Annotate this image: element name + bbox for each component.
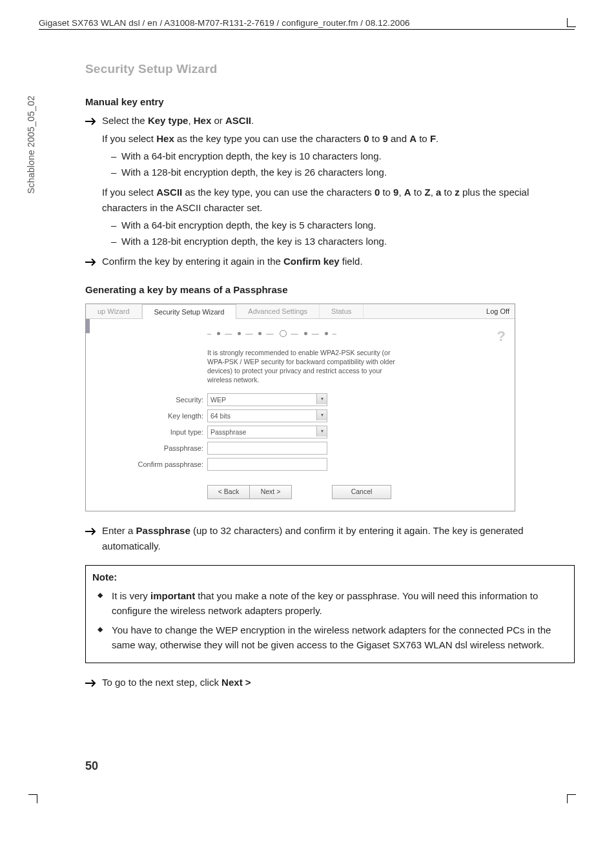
list-item: With a 128-bit encryption depth, the key… xyxy=(111,234,575,249)
label-keylength: Key length: xyxy=(92,411,207,422)
hex-bullets: With a 64-bit encryption depth, the key … xyxy=(85,149,575,180)
page-number: 50 xyxy=(85,759,98,773)
list-item: With a 64-bit encryption depth, the key … xyxy=(111,218,575,232)
section-title: Security Setup Wizard xyxy=(85,62,575,76)
passphrase-heading: Generating a key by means of a Passphras… xyxy=(85,282,575,297)
security-value: WEP xyxy=(210,395,226,405)
inputtype-dropdown[interactable]: Passphrase ▾ xyxy=(207,426,327,438)
note-item: It is very important that you make a not… xyxy=(92,588,568,619)
passphrase-input[interactable] xyxy=(207,442,327,455)
step-select-keytype: Select the Key type, Hex or ASCII. xyxy=(85,113,575,128)
ascii-explain: If you select ASCII as the key type, you… xyxy=(85,185,575,215)
tab-status[interactable]: Status xyxy=(320,304,364,318)
keylength-dropdown[interactable]: 64 bits ▾ xyxy=(207,409,327,422)
label-inputtype: Input type: xyxy=(92,427,207,438)
security-dropdown[interactable]: WEP ▾ xyxy=(207,393,327,406)
arrow-icon xyxy=(85,677,98,686)
label-security: Security: xyxy=(92,395,207,406)
manual-key-heading: Manual key entry xyxy=(85,94,575,109)
note-item: You have to change the WEP encryption in… xyxy=(92,623,568,653)
cancel-button[interactable]: Cancel xyxy=(332,485,391,499)
step-confirm-key: Confirm the key by entering it again in … xyxy=(85,254,575,269)
router-wizard-screenshot: up Wizard Security Setup Wizard Advanced… xyxy=(85,304,515,512)
step-goto-next: To go to the next step, click Next > xyxy=(85,675,575,690)
crop-mark-icon xyxy=(567,18,576,27)
list-item: With a 128-bit encryption depth, the key… xyxy=(111,165,575,180)
arrow-icon xyxy=(85,256,98,265)
back-button[interactable]: < Back xyxy=(207,485,249,499)
logoff-link[interactable]: Log Off xyxy=(486,306,509,317)
chevron-down-icon: ▾ xyxy=(316,410,327,420)
confirm-passphrase-input[interactable] xyxy=(207,458,327,471)
wizard-info-text: It is strongly recommended to enable WPA… xyxy=(207,348,401,385)
tab-bar: up Wizard Security Setup Wizard Advanced… xyxy=(86,304,515,319)
next-button[interactable]: Next > xyxy=(249,485,292,499)
crop-mark-icon xyxy=(567,794,576,803)
tab-setup-wizard[interactable]: up Wizard xyxy=(86,304,142,318)
header-rule xyxy=(39,29,575,30)
template-version-label: Schablone 2005_05_02 xyxy=(26,96,36,194)
chevron-down-icon: ▾ xyxy=(316,426,327,437)
step-enter-passphrase: Enter a Passphrase (up to 32 characters)… xyxy=(85,523,575,553)
ascii-bullets: With a 64-bit encryption depth, the key … xyxy=(85,218,575,249)
tab-advanced-settings[interactable]: Advanced Settings xyxy=(236,304,320,318)
crop-mark-icon xyxy=(28,794,37,803)
list-item: With a 64-bit encryption depth, the key … xyxy=(111,149,575,163)
hex-explain: If you select Hex as the key type you ca… xyxy=(85,131,575,146)
inputtype-value: Passphrase xyxy=(210,427,246,437)
side-accent xyxy=(86,319,90,333)
arrow-icon xyxy=(85,525,98,534)
tab-security-setup-wizard[interactable]: Security Setup Wizard xyxy=(142,304,237,319)
label-confirm-passphrase: Confirm passphrase: xyxy=(92,459,207,470)
chevron-down-icon: ▾ xyxy=(316,394,327,404)
step-indicator: – — — — — — – xyxy=(207,328,508,339)
header-path: Gigaset SX763 WLAN dsl / en / A31008-M70… xyxy=(39,18,575,28)
arrow-icon xyxy=(85,115,98,124)
note-title: Note: xyxy=(92,570,568,584)
label-passphrase: Passphrase: xyxy=(92,443,207,454)
help-icon[interactable]: ? xyxy=(497,325,506,347)
keylength-value: 64 bits xyxy=(210,411,231,421)
note-box: Note: It is very important that you make… xyxy=(85,565,575,663)
